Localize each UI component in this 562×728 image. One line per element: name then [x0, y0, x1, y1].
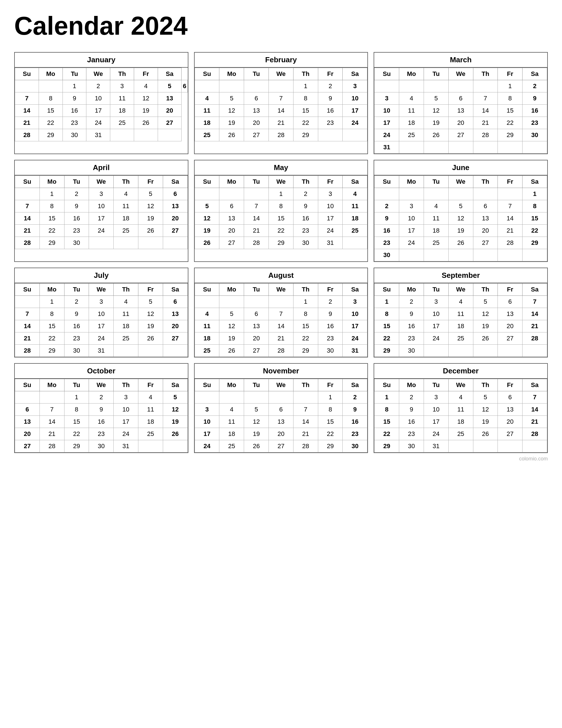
- day-cell: 8: [40, 308, 64, 320]
- day-cell: 24: [86, 117, 110, 129]
- day-cell: 2: [293, 188, 318, 200]
- day-cell: [424, 249, 448, 261]
- day-header-sa: Sa: [522, 379, 547, 391]
- day-cell: 3: [399, 200, 424, 212]
- day-cell: 29: [64, 440, 89, 452]
- day-cell: 29: [40, 345, 64, 357]
- day-cell: 26: [424, 129, 448, 141]
- day-cell: 11: [343, 200, 367, 212]
- day-cell: 21: [498, 225, 522, 237]
- day-cell: 16: [318, 320, 343, 332]
- day-cell: [343, 129, 367, 141]
- day-cell: 10: [89, 308, 114, 320]
- day-header-tu: Tu: [424, 176, 448, 188]
- day-header-mo: Mo: [40, 176, 64, 188]
- day-cell: 6: [182, 80, 188, 92]
- day-header-fr: Fr: [138, 176, 163, 188]
- day-cell: 8: [374, 404, 399, 416]
- day-cell: 9: [293, 200, 318, 212]
- day-header-tu: Tu: [64, 379, 89, 391]
- day-cell: 7: [269, 92, 293, 105]
- day-cell: [195, 80, 219, 92]
- day-cell: 3: [195, 404, 219, 416]
- day-header-mo: Mo: [399, 379, 424, 391]
- day-cell: 28: [473, 129, 498, 141]
- day-cell: 19: [219, 332, 244, 345]
- day-cell: [163, 237, 188, 249]
- month-september: SeptemberSuMoTuWeThFrSa12345678910111213…: [374, 268, 548, 357]
- day-cell: 7: [522, 296, 547, 308]
- day-header-sa: Sa: [343, 284, 367, 296]
- day-cell: 6: [448, 92, 473, 105]
- day-cell: 3: [89, 188, 114, 200]
- day-cell: 4: [195, 92, 219, 105]
- day-cell: 19: [244, 428, 269, 440]
- day-cell: [448, 188, 473, 200]
- day-cell: 25: [399, 129, 424, 141]
- day-cell: 20: [448, 117, 473, 129]
- month-table-october: SuMoTuWeThFrSa12345678910111213141516171…: [15, 379, 188, 452]
- day-cell: 11: [138, 404, 163, 416]
- day-cell: 27: [448, 129, 473, 141]
- day-cell: 27: [498, 332, 522, 345]
- day-cell: 6: [498, 391, 522, 404]
- watermark: colomio.com: [14, 456, 548, 462]
- day-cell: 31: [114, 440, 138, 452]
- day-cell: 30: [89, 440, 114, 452]
- day-cell: 21: [15, 117, 39, 129]
- day-cell: 17: [343, 320, 367, 332]
- day-cell: 4: [219, 404, 244, 416]
- day-cell: 4: [195, 308, 219, 320]
- day-cell: 19: [424, 117, 448, 129]
- day-cell: 5: [219, 308, 244, 320]
- day-cell: 16: [374, 225, 399, 237]
- day-cell: 20: [163, 212, 188, 225]
- day-cell: [163, 440, 188, 452]
- day-cell: 11: [195, 320, 219, 332]
- day-cell: 31: [343, 345, 367, 357]
- day-cell: [448, 141, 473, 154]
- day-cell: 21: [473, 117, 498, 129]
- month-august: AugustSuMoTuWeThFrSa12345678910111213141…: [194, 268, 368, 357]
- day-cell: 10: [424, 308, 448, 320]
- month-title-may: May: [195, 160, 368, 175]
- day-cell: 1: [374, 391, 399, 404]
- day-cell: [448, 440, 473, 452]
- day-cell: 13: [163, 308, 188, 320]
- day-cell: 4: [134, 80, 158, 92]
- day-cell: [343, 237, 367, 249]
- day-cell: 18: [399, 117, 424, 129]
- day-cell: 26: [448, 237, 473, 249]
- day-cell: 5: [138, 188, 163, 200]
- day-cell: 8: [40, 200, 64, 212]
- day-cell: 8: [293, 308, 318, 320]
- day-header-tu: Tu: [244, 176, 269, 188]
- day-header-fr: Fr: [138, 284, 163, 296]
- day-cell: 20: [244, 332, 269, 345]
- day-cell: 25: [138, 428, 163, 440]
- day-cell: 19: [473, 416, 498, 428]
- day-cell: 8: [318, 404, 343, 416]
- day-cell: 24: [424, 332, 448, 345]
- day-cell: [219, 80, 244, 92]
- day-cell: 14: [15, 105, 39, 117]
- day-cell: 5: [195, 200, 219, 212]
- day-cell: [374, 188, 399, 200]
- day-cell: 10: [318, 200, 343, 212]
- day-cell: 28: [15, 237, 40, 249]
- day-cell: 13: [473, 212, 498, 225]
- day-cell: 12: [244, 416, 269, 428]
- day-cell: [448, 80, 473, 92]
- day-cell: 11: [114, 200, 138, 212]
- day-cell: 16: [293, 212, 318, 225]
- day-header-sa: Sa: [522, 68, 547, 80]
- day-cell: 22: [293, 117, 318, 129]
- day-cell: 18: [343, 212, 367, 225]
- month-title-december: December: [374, 364, 547, 379]
- day-cell: 6: [473, 200, 498, 212]
- day-cell: 5: [158, 80, 182, 92]
- day-header-su: Su: [195, 176, 219, 188]
- day-cell: 6: [163, 188, 188, 200]
- day-cell: [158, 129, 182, 141]
- day-cell: [138, 237, 163, 249]
